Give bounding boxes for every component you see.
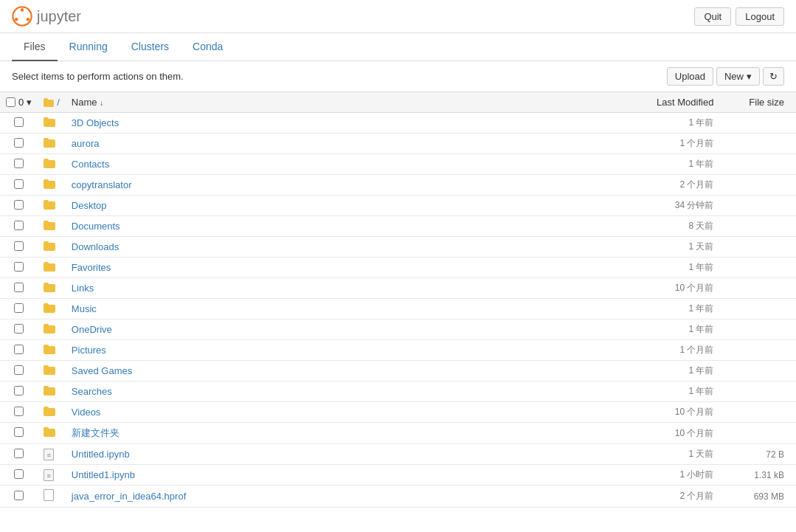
file-size [719,402,796,423]
jupyter-logo-icon [12,6,32,27]
row-checkbox[interactable] [14,241,24,251]
header-name[interactable]: Name ↓ [66,92,571,113]
table-row: Contacts1 年前 [0,154,796,175]
file-size [719,237,796,258]
file-link[interactable]: Searches [72,386,112,397]
new-button[interactable]: New ▾ [716,67,760,86]
file-link[interactable]: java_error_in_idea64.hprof [72,491,186,502]
file-link[interactable]: aurora [72,138,100,149]
logout-button[interactable]: Logout [736,7,784,26]
row-checkbox[interactable] [14,427,24,437]
row-checkbox[interactable] [14,345,24,354]
header-checkbox-col: 0 ▾ [0,92,38,113]
folder-icon [44,324,55,334]
tabs-bar: Files Running Clusters Conda [0,33,796,61]
tab-conda[interactable]: Conda [181,33,235,61]
row-checkbox[interactable] [14,138,24,148]
row-checkbox[interactable] [14,407,24,416]
file-link[interactable]: Downloads [72,241,119,252]
logo: jupyter [12,6,81,27]
row-checkbox[interactable] [14,283,24,292]
file-modified: 10 个月前 [571,423,719,444]
tab-clusters[interactable]: Clusters [120,33,181,61]
row-checkbox[interactable] [14,159,24,168]
toolbar: Select items to perform actions on them.… [0,61,796,91]
folder-icon [44,365,55,375]
upload-button[interactable]: Upload [667,67,713,86]
header-modified[interactable]: Last Modified [571,92,719,113]
folder-icon [44,283,55,292]
table-row: Videos10 个月前 [0,402,796,423]
row-checkbox[interactable] [14,469,24,479]
table-row: Documents8 天前 [0,216,796,237]
svg-point-2 [27,18,30,21]
header-icon-col: / [38,92,66,113]
row-checkbox[interactable] [14,491,24,500]
header-dropdown-icon[interactable]: ▾ [27,97,32,108]
folder-icon [44,262,55,272]
row-checkbox[interactable] [14,179,24,189]
file-size [719,340,796,361]
row-checkbox[interactable] [14,324,24,334]
file-link[interactable]: Pictures [72,345,106,356]
table-row: Downloads1 天前 [0,237,796,258]
file-table: 0 ▾ / Name ↓ Last Modified File size [0,91,796,508]
file-link[interactable]: Saved Games [72,365,132,376]
table-row: 3D Objects1 年前 [0,113,796,134]
file-size [719,319,796,340]
row-checkbox[interactable] [14,365,24,375]
file-modified: 1 个月前 [571,134,719,154]
row-checkbox[interactable] [14,200,24,210]
tab-running[interactable]: Running [58,33,120,61]
file-size [719,299,796,319]
tab-files[interactable]: Files [12,33,58,61]
file-link[interactable]: Documents [72,221,120,232]
select-all-checkbox[interactable] [6,97,15,107]
row-checkbox[interactable] [14,303,24,313]
refresh-button[interactable]: ↻ [763,67,784,86]
file-link[interactable]: Videos [72,407,101,418]
file-modified: 10 个月前 [571,278,719,299]
file-link[interactable]: Contacts [72,159,109,170]
table-row: Favorites1 年前 [0,258,796,278]
folder-icon [44,303,55,313]
folder-icon [44,241,55,251]
file-link[interactable]: Favorites [72,262,111,273]
row-checkbox[interactable] [14,221,24,230]
file-link[interactable]: Untitled.ipynb [72,449,130,460]
file-link[interactable]: 新建文件夹 [72,427,120,438]
file-modified: 1 年前 [571,154,719,175]
header-size[interactable]: File size [719,92,796,113]
file-size: 1.31 kB [719,465,796,486]
logo-text: jupyter [37,8,81,25]
file-link[interactable]: copytranslator [72,179,132,190]
row-checkbox[interactable] [14,386,24,395]
file-size [719,278,796,299]
file-link[interactable]: Desktop [72,200,107,211]
table-row: OneDrive1 年前 [0,319,796,340]
row-checkbox[interactable] [14,117,24,127]
quit-button[interactable]: Quit [694,7,731,26]
file-size [719,258,796,278]
folder-icon [44,117,55,127]
row-checkbox[interactable] [14,262,24,272]
file-link[interactable]: Links [72,283,94,294]
file-size [719,361,796,381]
table-row: Music1 年前 [0,299,796,319]
table-row: Searches1 年前 [0,381,796,402]
svg-point-1 [21,8,24,11]
file-link[interactable]: Music [72,303,97,314]
file-size: 72 B [719,444,796,465]
file-link[interactable]: Untitled1.ipynb [72,469,135,480]
file-link[interactable]: 3D Objects [72,117,119,128]
row-checkbox[interactable] [14,449,24,458]
notebook-icon [44,469,54,481]
table-row: Untitled.ipynb1 天前72 B [0,444,796,465]
header: jupyter Quit Logout [0,0,796,33]
table-row: Pictures1 个月前 [0,340,796,361]
file-modified: 34 分钟前 [571,196,719,216]
toolbar-right: Upload New ▾ ↻ [667,67,784,86]
file-modified: 8 天前 [571,216,719,237]
sort-arrow-icon: ↓ [100,99,103,107]
file-link[interactable]: OneDrive [72,324,112,335]
